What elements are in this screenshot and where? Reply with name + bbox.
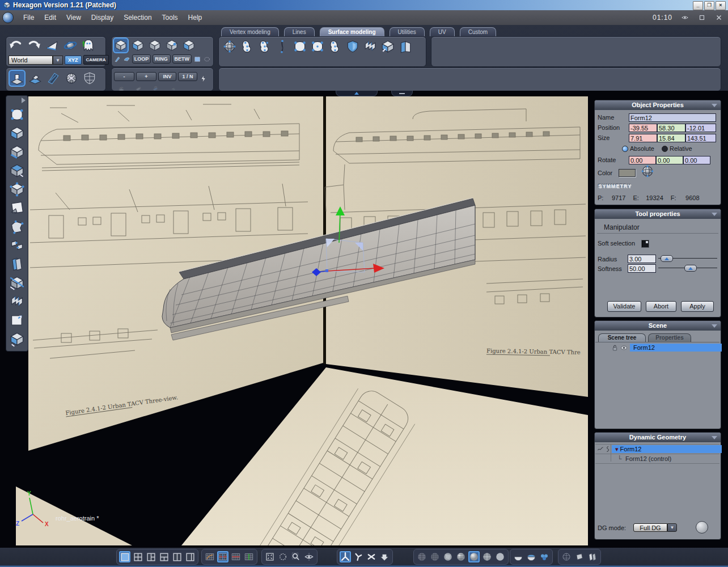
curl-surface-icon[interactable]: [328, 39, 342, 54]
delete-wire-tool-icon[interactable]: [63, 70, 80, 87]
double-sided-icon[interactable]: [587, 551, 598, 562]
layout-3-top-icon[interactable]: [158, 551, 170, 562]
visibility-toggle-icon[interactable]: [680, 14, 689, 22]
lasso-select-icon[interactable]: [123, 55, 130, 63]
manipulator-scale-icon[interactable]: [366, 551, 377, 562]
smooth-shade-icon[interactable]: [468, 551, 480, 562]
control-sphere-icon[interactable]: [222, 39, 237, 54]
marquee-rect-icon[interactable]: [193, 56, 201, 63]
corner-pull-tool-icon[interactable]: [8, 311, 26, 329]
pan-view-icon[interactable]: [277, 551, 289, 562]
menu-file[interactable]: File: [23, 14, 34, 22]
thickness-tool-icon[interactable]: [8, 143, 26, 161]
rotate-z-input[interactable]: [683, 156, 710, 164]
ghost-sphere-icon[interactable]: [561, 551, 572, 562]
camera-button[interactable]: CAMERA: [83, 55, 109, 65]
radius-slider[interactable]: [658, 255, 717, 262]
fold-band-tool-icon[interactable]: [8, 293, 26, 311]
title-bar[interactable]: Hexagon Version 1.21 (Patched) _ ❐ ×: [0, 0, 728, 10]
properties-tab[interactable]: Properties: [648, 333, 691, 342]
lathe-tool-icon[interactable]: [257, 39, 272, 54]
menu-edit[interactable]: Edit: [44, 14, 56, 22]
toolbar-minimize-handle[interactable]: [391, 91, 413, 96]
cylinder-caps-icon[interactable]: [574, 551, 585, 562]
thickness-cube-icon[interactable]: [380, 39, 395, 54]
curve-extrude-icon[interactable]: [275, 39, 290, 54]
drop-axis-icon[interactable]: [379, 551, 390, 562]
wire-dense-icon[interactable]: [429, 551, 441, 562]
absolute-label[interactable]: Absolute: [630, 145, 654, 152]
layered-surface-tool-icon[interactable]: [8, 255, 26, 273]
ring-button[interactable]: RING: [153, 54, 171, 64]
smooth-cube-tool-icon[interactable]: [8, 330, 26, 348]
paint-select-icon[interactable]: [114, 55, 121, 63]
tool-column-expand-button[interactable]: [6, 96, 28, 105]
weld-sections-tool-icon[interactable]: [8, 236, 26, 255]
manipulator-free-icon[interactable]: [353, 551, 364, 562]
select-object-cube-icon[interactable]: [113, 37, 129, 53]
symmetry-button[interactable]: SYMMETRY: [598, 183, 632, 189]
world-dropdown-arrow-icon[interactable]: ▼: [53, 56, 63, 65]
softness-slider[interactable]: [658, 264, 717, 272]
select-point-cube-icon[interactable]: [164, 37, 180, 53]
menu-selection[interactable]: Selection: [124, 14, 151, 22]
tab-surface-modeling[interactable]: Surface modeling: [320, 27, 384, 36]
lightning-icon[interactable]: [199, 69, 208, 84]
close-button[interactable]: ×: [716, 1, 726, 10]
undo-icon[interactable]: [9, 38, 23, 53]
layout-2-horiz-icon[interactable]: [184, 551, 196, 562]
position-y-input[interactable]: [657, 124, 685, 132]
patch-tool-icon[interactable]: [310, 39, 325, 54]
loop-button[interactable]: LOOP: [132, 54, 150, 64]
tab-utilities[interactable]: Utilities: [390, 27, 425, 36]
smooth-shield-icon[interactable]: [345, 39, 360, 54]
tab-custom[interactable]: Custom: [460, 27, 496, 36]
select-open-cube-icon[interactable]: [181, 37, 197, 53]
tab-uv[interactable]: UV: [430, 27, 455, 36]
deform-patch-tool-icon[interactable]: [8, 218, 26, 236]
name-input[interactable]: [629, 113, 716, 122]
panel-toggle-icon[interactable]: [697, 14, 706, 22]
lock-icon[interactable]: [611, 344, 619, 352]
wire-sphere-icon[interactable]: [416, 551, 428, 562]
viewport-3d[interactable]: . Figure 2.4.1-2 Urban TACV Three-view.: [16, 96, 588, 545]
relative-label[interactable]: Relative: [670, 145, 692, 152]
select-invert-button[interactable]: INV: [158, 72, 176, 81]
abort-button[interactable]: Abort: [646, 301, 676, 312]
material-sphere-icon[interactable]: [640, 164, 655, 179]
redo-icon[interactable]: [27, 38, 41, 53]
orient-cone-icon[interactable]: [45, 38, 60, 53]
close-scene-icon[interactable]: [714, 14, 723, 22]
position-x-input[interactable]: [629, 124, 657, 132]
minimize-button[interactable]: _: [693, 1, 703, 10]
ghost-dg-icon[interactable]: [81, 38, 96, 53]
menu-tools[interactable]: Tools: [162, 14, 178, 22]
collapse-triangle-icon[interactable]: [712, 324, 717, 328]
scene-tree-tab[interactable]: Scene tree: [598, 333, 646, 342]
layout-single-icon[interactable]: [119, 551, 130, 562]
soft-selection-checkbox[interactable]: [641, 240, 649, 248]
xyz-button[interactable]: XYZ: [65, 56, 82, 65]
menu-help[interactable]: Help: [188, 14, 202, 22]
dg-mode-dropdown[interactable]: Full DG ▼: [633, 523, 677, 532]
toolbar-collapse-handle[interactable]: [336, 91, 378, 96]
select-shrink-button[interactable]: -: [114, 72, 134, 81]
rotate-y-input[interactable]: [656, 156, 683, 164]
relative-radio[interactable]: [662, 146, 668, 152]
backface-icon[interactable]: [513, 551, 524, 562]
menu-display[interactable]: Display: [91, 14, 113, 22]
erase-tool-icon[interactable]: [27, 70, 44, 87]
lattice-tool-icon[interactable]: [45, 70, 62, 87]
select-edge-cube-icon[interactable]: [147, 37, 163, 53]
look-at-icon[interactable]: [303, 551, 315, 562]
grid-front-icon[interactable]: [230, 551, 242, 562]
ruffle-icon[interactable]: [363, 39, 378, 54]
rounded-box-tool-icon[interactable]: [8, 124, 26, 142]
absolute-radio[interactable]: [622, 146, 628, 152]
select-face-cube-icon[interactable]: [130, 37, 146, 53]
visibility-eye-icon[interactable]: [620, 344, 628, 352]
matte-sphere-icon[interactable]: [494, 551, 506, 562]
dg-root-item[interactable]: ▾ Form12: [612, 445, 722, 453]
tube-tool-icon[interactable]: [240, 39, 255, 54]
softness-slider-thumb[interactable]: [684, 265, 697, 272]
